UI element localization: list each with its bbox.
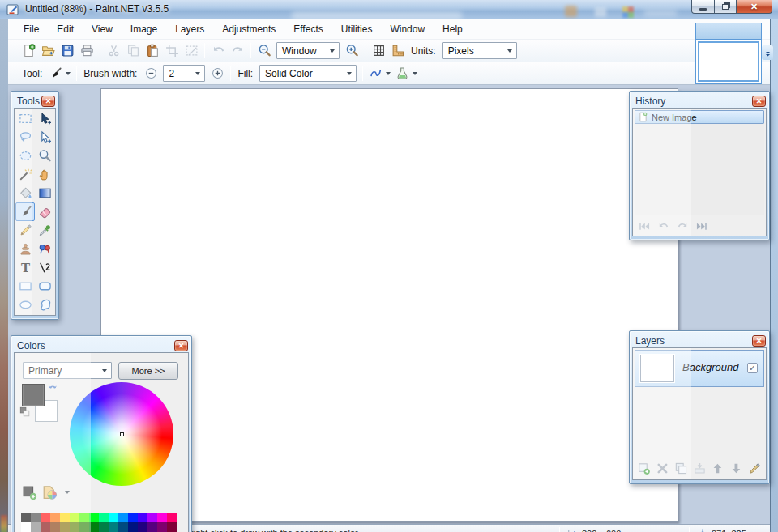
colors-palette-titlebar[interactable]: Colors ✕: [14, 338, 189, 352]
palette-swatch[interactable]: [60, 522, 70, 532]
palette-swatch[interactable]: [109, 522, 118, 532]
layers-palette[interactable]: Layers ✕ Background✓: [629, 330, 770, 484]
antialiasing-button[interactable]: [393, 65, 420, 83]
freeform-shape-tool-button[interactable]: [35, 296, 54, 314]
delete-layer-button[interactable]: [656, 462, 669, 475]
restore-button[interactable]: [715, 0, 737, 14]
palette-swatch[interactable]: [50, 522, 60, 532]
chevron-down-icon[interactable]: [386, 72, 391, 75]
new-file-button[interactable]: [19, 42, 38, 60]
primary-color-swatch[interactable]: [22, 384, 45, 406]
chevron-down-icon[interactable]: [65, 491, 70, 494]
move-selection-tool-button[interactable]: [35, 128, 54, 147]
palette-swatch[interactable]: [167, 513, 177, 522]
chevron-down-icon[interactable]: [413, 72, 417, 75]
colors-palette-close-button[interactable]: ✕: [174, 340, 188, 351]
palette-swatch[interactable]: [157, 522, 167, 532]
line-curve-tool-button[interactable]: [35, 258, 54, 277]
gradient-tool-button[interactable]: [35, 184, 54, 202]
image-list-tab[interactable]: [695, 23, 762, 84]
add-color-button[interactable]: [22, 485, 37, 500]
paint-bucket-tool-button[interactable]: [15, 184, 35, 202]
menu-view[interactable]: View: [83, 21, 122, 37]
lasso-select-tool-button[interactable]: [15, 128, 35, 147]
palette-swatch[interactable]: [70, 522, 79, 532]
history-palette-close-button[interactable]: ✕: [752, 96, 766, 107]
menu-edit[interactable]: Edit: [48, 21, 83, 37]
add-layer-button[interactable]: [637, 462, 651, 475]
zoom-out-button[interactable]: [254, 42, 274, 60]
move-selected-pixels-tool-button[interactable]: [35, 109, 54, 128]
paste-button[interactable]: [143, 42, 162, 60]
color-picker-tool-button[interactable]: [35, 221, 54, 240]
palette-swatch[interactable]: [21, 522, 31, 532]
history-item[interactable]: New Image: [635, 110, 764, 124]
minimize-button[interactable]: [691, 0, 715, 14]
palette-menu-button[interactable]: [41, 484, 58, 500]
chevron-down-icon[interactable]: [66, 72, 71, 75]
tools-palette-titlebar[interactable]: Tools ✕: [14, 94, 56, 108]
palette-swatch[interactable]: [89, 513, 99, 522]
menu-file[interactable]: File: [15, 21, 48, 37]
menu-effects[interactable]: Effects: [284, 21, 331, 37]
fill-style-select[interactable]: Solid Color: [259, 65, 357, 82]
palette-swatch[interactable]: [79, 513, 89, 522]
mini-swatches-icon[interactable]: [19, 406, 31, 418]
layer-row[interactable]: Background✓: [635, 350, 764, 387]
palette-swatch[interactable]: [138, 522, 147, 532]
palette-swatch[interactable]: [138, 513, 147, 522]
palette-swatch[interactable]: [50, 513, 60, 522]
colors-palette[interactable]: Colors ✕ Primary More >>: [11, 335, 192, 532]
palette-swatch[interactable]: [70, 513, 79, 522]
menu-help[interactable]: Help: [434, 21, 472, 37]
palette-swatch[interactable]: [31, 522, 41, 532]
layers-palette-close-button[interactable]: ✕: [752, 335, 766, 347]
rectangle-select-tool-button[interactable]: [15, 109, 35, 128]
close-button[interactable]: ✕: [737, 0, 772, 14]
eraser-tool-button[interactable]: [35, 202, 54, 221]
palette-swatch[interactable]: [41, 513, 50, 522]
menu-window[interactable]: Window: [381, 21, 434, 37]
tools-palette[interactable]: Tools ✕ T: [11, 91, 59, 320]
open-file-button[interactable]: [38, 42, 58, 60]
print-button[interactable]: [77, 42, 96, 60]
duplicate-layer-button[interactable]: [674, 462, 688, 475]
rounded-rectangle-tool-button[interactable]: [35, 277, 54, 296]
brush-width-select[interactable]: 2: [163, 65, 205, 82]
active-image-thumbnail[interactable]: [698, 41, 759, 82]
history-palette[interactable]: History ✕ New Image: [629, 91, 770, 240]
palette-swatch[interactable]: [118, 513, 128, 522]
brush-width-decrease-button[interactable]: [141, 65, 160, 83]
swap-colors-icon[interactable]: [47, 384, 58, 395]
menu-image[interactable]: Image: [122, 21, 166, 37]
ruler-toggle-button[interactable]: [388, 42, 408, 60]
menu-layers[interactable]: Layers: [166, 21, 213, 37]
palette-swatch[interactable]: [31, 513, 41, 522]
palette-swatch[interactable]: [99, 513, 109, 522]
grid-toggle-button[interactable]: [369, 42, 388, 60]
layers-palette-titlebar[interactable]: Layers ✕: [632, 334, 767, 347]
clone-stamp-tool-button[interactable]: [15, 240, 35, 258]
menu-adjustments[interactable]: Adjustments: [213, 21, 284, 37]
spline-type-button[interactable]: [366, 65, 393, 83]
image-list-button[interactable]: [762, 45, 773, 60]
pan-tool-button[interactable]: [35, 165, 54, 184]
rectangle-tool-button[interactable]: [15, 277, 35, 296]
palette-swatch[interactable]: [128, 513, 138, 522]
magic-wand-tool-button[interactable]: [15, 165, 35, 184]
paintbrush-tool-button[interactable]: [15, 202, 35, 221]
palette-swatch[interactable]: [118, 522, 128, 532]
palette-swatch[interactable]: [147, 522, 157, 532]
text-tool-button[interactable]: T: [15, 258, 35, 277]
palette-swatch[interactable]: [167, 522, 177, 532]
units-select[interactable]: Pixels: [442, 42, 517, 59]
palette-swatch[interactable]: [109, 513, 118, 522]
save-button[interactable]: [58, 42, 77, 60]
more-button[interactable]: More >>: [118, 362, 178, 380]
zoom-mode-select[interactable]: Window: [276, 42, 340, 59]
recolor-tool-button[interactable]: [35, 240, 54, 258]
palette-swatch[interactable]: [89, 522, 99, 532]
palette-swatch[interactable]: [21, 513, 31, 522]
brush-width-increase-button[interactable]: [207, 65, 227, 83]
palette-swatch[interactable]: [128, 522, 138, 532]
